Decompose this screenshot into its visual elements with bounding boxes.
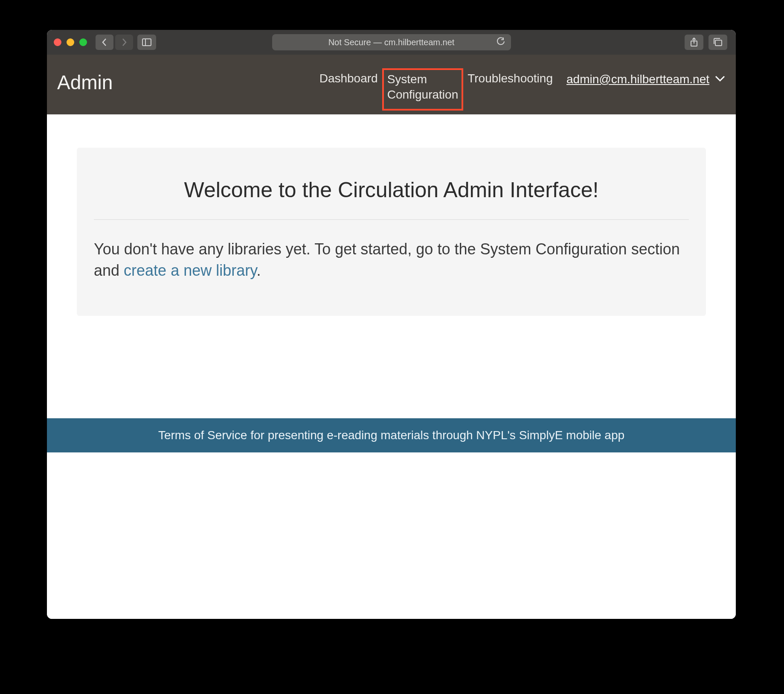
- content-area: Welcome to the Circulation Admin Interfa…: [47, 114, 736, 316]
- terms-of-service-text: Terms of Service for presenting e-readin…: [158, 429, 624, 442]
- chevron-down-icon: [714, 75, 726, 84]
- nav-system-configuration[interactable]: System Configuration: [382, 68, 464, 111]
- minimize-window-button[interactable]: [67, 38, 74, 46]
- maximize-window-button[interactable]: [79, 38, 87, 46]
- nav-system-config-line2: Configuration: [387, 87, 459, 102]
- share-button[interactable]: [685, 35, 703, 50]
- address-text: Not Secure — cm.hilbertteam.net: [328, 38, 455, 47]
- browser-toolbar: Not Secure — cm.hilbertteam.net: [47, 30, 736, 55]
- nav-dashboard[interactable]: Dashboard: [315, 72, 382, 85]
- app-nav: Dashboard System Configuration Troublesh…: [315, 55, 726, 111]
- svg-rect-4: [715, 40, 722, 46]
- page-content: Admin Dashboard System Configuration Tro…: [47, 55, 736, 619]
- nav-system-config-line1: System: [387, 72, 459, 87]
- back-button[interactable]: [96, 35, 113, 50]
- user-email-link[interactable]: admin@cm.hilbertteam.net: [566, 73, 709, 86]
- chevron-left-icon: [101, 38, 108, 47]
- sidebar-icon: [142, 38, 151, 46]
- welcome-card: Welcome to the Circulation Admin Interfa…: [77, 148, 706, 316]
- window-controls: [54, 38, 87, 46]
- create-library-link[interactable]: create a new library: [124, 262, 256, 279]
- reload-icon: [497, 37, 505, 46]
- forward-button[interactable]: [115, 35, 133, 50]
- browser-window: Not Secure — cm.hilbertteam.net Admin Da…: [47, 30, 736, 619]
- svg-rect-0: [142, 39, 151, 46]
- welcome-title: Welcome to the Circulation Admin Interfa…: [94, 178, 689, 220]
- reload-button[interactable]: [497, 37, 505, 47]
- close-window-button[interactable]: [54, 38, 61, 46]
- app-brand: Admin: [57, 55, 113, 94]
- nav-troubleshooting[interactable]: Troubleshooting: [463, 72, 557, 85]
- sidebar-toggle-button[interactable]: [137, 35, 156, 50]
- tabs-icon: [713, 38, 723, 47]
- terms-of-service-bar[interactable]: Terms of Service for presenting e-readin…: [47, 418, 736, 452]
- address-bar[interactable]: Not Secure — cm.hilbertteam.net: [272, 34, 511, 50]
- user-menu[interactable]: admin@cm.hilbertteam.net: [566, 72, 726, 86]
- app-header: Admin Dashboard System Configuration Tro…: [47, 55, 736, 114]
- chevron-right-icon: [121, 38, 128, 47]
- share-icon: [690, 38, 698, 47]
- welcome-body-suffix: .: [257, 262, 261, 279]
- tabs-overview-button[interactable]: [709, 35, 727, 50]
- welcome-body: You don't have any libraries yet. To get…: [94, 220, 689, 282]
